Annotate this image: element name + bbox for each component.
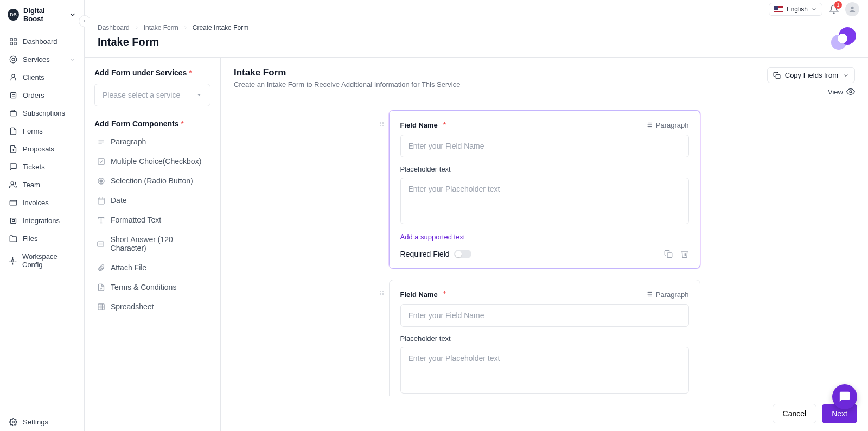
component-item-label: Terms & Conditions: [111, 283, 176, 291]
cards-scroll[interactable]: Field Name * Paragraph Placeholder text …: [221, 102, 868, 396]
sidebar-item-label: Dashboard: [23, 37, 58, 46]
component-item-label: Date: [111, 196, 127, 205]
chat-fab[interactable]: [832, 384, 857, 409]
tickets-icon: [9, 163, 17, 171]
svg-point-48: [380, 125, 381, 126]
svg-point-51: [382, 125, 384, 126]
svg-point-19: [12, 421, 14, 423]
svg-rect-0: [10, 39, 12, 41]
component-item-checkbox[interactable]: Multiple Choice(Checkbox): [94, 153, 210, 169]
breadcrumb-item[interactable]: Intake Form: [144, 24, 178, 31]
delete-icon[interactable]: [680, 250, 689, 258]
service-select-placeholder: Please select a service: [103, 91, 180, 99]
team-icon: [9, 181, 17, 189]
required-marker: *: [181, 119, 183, 128]
components-section-label: Add Form Components: [94, 119, 179, 128]
breadcrumb-item[interactable]: Dashboard: [98, 24, 130, 31]
date-icon: [97, 197, 105, 205]
required-field-label: Required Field: [400, 250, 450, 258]
clients-icon: [9, 73, 17, 81]
component-item-label: Multiple Choice(Checkbox): [111, 157, 201, 166]
formatted-icon: [97, 216, 105, 224]
component-item-radio[interactable]: Selection (Radio Button): [94, 173, 210, 189]
field-type-label: Paragraph: [656, 290, 689, 299]
component-item-attach[interactable]: Attach File: [94, 259, 210, 276]
sidebar-item-orders[interactable]: Orders: [0, 86, 84, 104]
builder-title: Intake Form: [234, 67, 460, 78]
required-toggle[interactable]: [454, 250, 471, 258]
sidebar-item-config[interactable]: Workspace Config: [0, 248, 84, 274]
sidebar-item-label: Forms: [23, 127, 43, 135]
sidebar-item-clients[interactable]: Clients: [0, 68, 84, 86]
sidebar-item-team[interactable]: Team: [0, 176, 84, 194]
field-type-selector[interactable]: Paragraph: [645, 290, 689, 299]
workspace-avatar: DB: [8, 9, 19, 21]
workspace-switcher[interactable]: DB Digital Boost: [0, 0, 84, 29]
user-avatar[interactable]: [845, 2, 859, 16]
spreadsheet-icon: [97, 303, 105, 311]
list-icon: [645, 290, 653, 298]
component-item-paragraph[interactable]: Paragraph: [94, 134, 210, 150]
field-name-label: Field Name: [400, 290, 438, 299]
component-item-terms[interactable]: Terms & Conditions: [94, 279, 210, 295]
sidebar-item-proposals[interactable]: Proposals: [0, 140, 84, 158]
breadcrumb-separator: [183, 25, 188, 30]
svg-rect-28: [98, 158, 104, 164]
svg-point-61: [380, 294, 381, 295]
component-item-spreadsheet[interactable]: Spreadsheet: [94, 299, 210, 315]
sidebar-item-subscriptions[interactable]: Subscriptions: [0, 104, 84, 122]
add-supported-text-link[interactable]: Add a supported text: [400, 233, 465, 241]
svg-marker-24: [197, 94, 201, 96]
terms-icon: [97, 283, 105, 291]
sidebar-item-label: Proposals: [23, 145, 54, 153]
field-name-input[interactable]: [400, 135, 689, 157]
config-icon: [9, 257, 17, 265]
placeholder-input[interactable]: [400, 178, 689, 224]
proposals-icon: [9, 145, 17, 153]
sidebar-item-integrations[interactable]: Integrations: [0, 212, 84, 230]
sidebar-item-forms[interactable]: Forms: [0, 122, 84, 140]
form-field-card[interactable]: Field Name * Paragraph Placeholder text …: [389, 280, 700, 396]
sidebar-item-label: Services: [23, 55, 50, 64]
component-item-label: Attach File: [111, 263, 146, 272]
sidebar-item-dashboard[interactable]: Dashboard: [0, 33, 84, 50]
page-title: Intake Form: [98, 36, 855, 48]
sidebar-item-settings[interactable]: Settings: [0, 413, 84, 431]
view-button[interactable]: View: [828, 87, 855, 96]
builder-subtitle: Create an Intake Form to Receive Additio…: [234, 80, 460, 88]
integrations-icon: [9, 217, 17, 225]
topbar: English 1: [85, 0, 868, 18]
language-selector[interactable]: English: [769, 3, 822, 16]
drag-handle-icon[interactable]: [379, 121, 385, 127]
paragraph-icon: [97, 138, 105, 146]
sidebar-item-invoices[interactable]: Invoices: [0, 194, 84, 212]
duplicate-icon[interactable]: [664, 250, 673, 258]
chevron-down-icon: [196, 92, 202, 98]
form-field-card[interactable]: Field Name * Paragraph Placeholder text …: [389, 110, 700, 269]
sidebar-nav: Dashboard Services Clients Orders Subscr…: [0, 29, 84, 413]
sidebar-item-label: Invoices: [23, 199, 49, 207]
svg-rect-39: [98, 303, 104, 309]
cancel-button[interactable]: Cancel: [773, 404, 817, 423]
field-name-input[interactable]: [400, 304, 689, 327]
sidebar-item-files[interactable]: Files: [0, 230, 84, 248]
sidebar-item-services[interactable]: Services: [0, 50, 84, 68]
page-header: DashboardIntake FormCreate Intake Form I…: [85, 18, 868, 58]
copy-fields-button[interactable]: Copy Fields from: [767, 67, 855, 83]
notification-badge: 1: [834, 1, 842, 9]
copy-fields-label: Copy Fields from: [785, 71, 838, 79]
invoices-icon: [9, 199, 17, 207]
service-select[interactable]: Please select a service: [94, 84, 210, 106]
component-item-formatted[interactable]: Formatted Text: [94, 212, 210, 228]
drag-handle-icon[interactable]: [379, 290, 385, 296]
component-item-short[interactable]: Short Answer (120 Character): [94, 231, 210, 256]
notifications-button[interactable]: 1: [829, 4, 839, 14]
sidebar-item-tickets[interactable]: Tickets: [0, 158, 84, 176]
field-type-selector[interactable]: Paragraph: [645, 121, 689, 129]
content: Add Form under Services * Please select …: [85, 58, 868, 431]
placeholder-input[interactable]: [400, 347, 689, 394]
footer-bar: Cancel Next: [221, 396, 868, 431]
brand-logo: [828, 24, 857, 53]
component-item-date[interactable]: Date: [94, 192, 210, 208]
forms-icon: [9, 127, 17, 135]
